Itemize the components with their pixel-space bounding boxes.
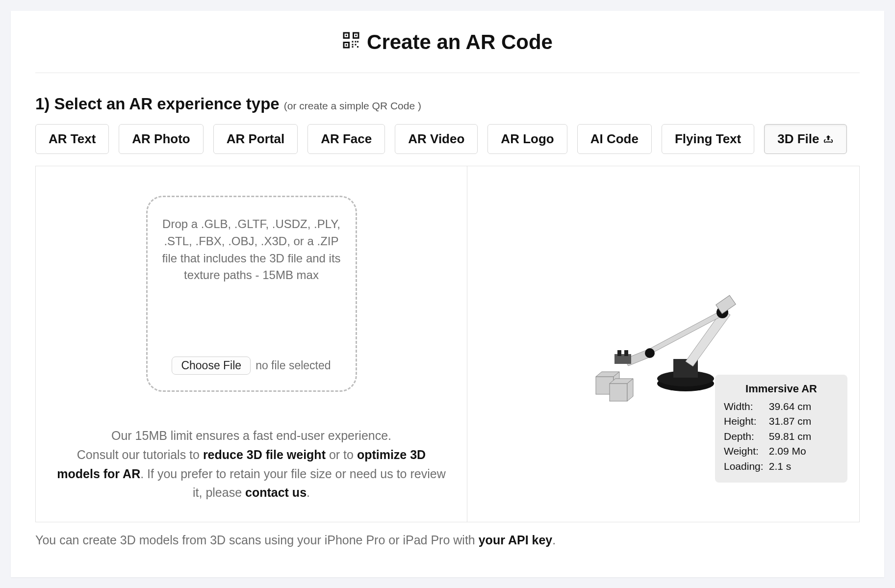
page-title-text: Create an AR Code — [367, 30, 553, 54]
no-file-label: no file selected — [256, 358, 331, 374]
info-row: Weight: 2.09 Mo — [724, 444, 839, 459]
immersive-info-card: Immersive AR Width: 39.64 cmHeight: 31.8… — [715, 375, 847, 483]
svg-rect-28 — [610, 383, 627, 401]
svg-rect-3 — [346, 35, 347, 36]
tab-ar-text[interactable]: AR Text — [35, 124, 109, 154]
info-card-title: Immersive AR — [724, 383, 839, 395]
tab-ar-video[interactable]: AR Video — [395, 124, 478, 154]
svg-rect-23 — [617, 350, 621, 356]
section-title-sub: (or create a simple QR Code ) — [284, 100, 421, 111]
tab-ar-logo[interactable]: AR Logo — [487, 124, 567, 154]
upload-column: Drop a .GLB, .GLTF, .USDZ, .PLY, .STL, .… — [36, 166, 467, 522]
tab-ai-code[interactable]: AI Code — [577, 124, 652, 154]
section-title-main: 1) Select an AR experience type — [35, 95, 280, 113]
tab-ar-face[interactable]: AR Face — [307, 124, 385, 154]
main-panel: Create an AR Code 1) Select an AR experi… — [11, 11, 884, 577]
info-row: Width: 39.64 cm — [724, 399, 839, 414]
dropzone-text: Drop a .GLB, .GLTF, .USDZ, .PLY, .STL, .… — [156, 216, 347, 284]
section-title: 1) Select an AR experience type (or crea… — [35, 95, 860, 113]
svg-rect-5 — [346, 44, 347, 46]
svg-point-20 — [645, 348, 655, 358]
svg-rect-24 — [624, 350, 628, 356]
tab-3d-file[interactable]: 3D File — [764, 124, 847, 154]
info-row: Depth: 59.81 cm — [724, 429, 839, 444]
qr-code-link[interactable]: QR Code — [372, 100, 415, 111]
experience-type-tabs: AR TextAR PhotoAR PortalAR FaceAR VideoA… — [35, 124, 860, 154]
info-row: Loading: 2.1 s — [724, 459, 839, 474]
svg-rect-11 — [352, 46, 354, 48]
tab-ar-portal[interactable]: AR Portal — [213, 124, 298, 154]
help-text: Our 15MB limit ensures a fast end-user e… — [55, 426, 447, 502]
tab-flying-text[interactable]: Flying Text — [662, 124, 754, 154]
svg-rect-22 — [614, 354, 631, 364]
qr-icon — [342, 30, 360, 54]
svg-rect-6 — [352, 41, 354, 43]
reduce-weight-link[interactable]: reduce 3D file weight — [203, 448, 326, 461]
svg-rect-4 — [355, 35, 357, 36]
content-area: Drop a .GLB, .GLTF, .USDZ, .PLY, .STL, .… — [35, 166, 860, 522]
file-row: Choose File no file selected — [156, 357, 347, 375]
svg-rect-7 — [355, 41, 357, 43]
page-header: Create an AR Code — [35, 30, 860, 73]
dropzone[interactable]: Drop a .GLB, .GLTF, .USDZ, .PLY, .STL, .… — [146, 196, 357, 392]
svg-rect-10 — [357, 46, 358, 48]
contact-us-link[interactable]: contact us — [245, 486, 307, 499]
svg-rect-9 — [355, 44, 357, 46]
svg-rect-12 — [357, 41, 358, 43]
footnote: You can create 3D models from 3D scans u… — [35, 533, 860, 547]
upload-icon — [823, 134, 834, 145]
preview-column: Immersive AR Width: 39.64 cmHeight: 31.8… — [467, 166, 859, 522]
svg-rect-8 — [352, 44, 354, 46]
info-row: Height: 31.87 cm — [724, 414, 839, 429]
tab-ar-photo[interactable]: AR Photo — [119, 124, 203, 154]
page-title: Create an AR Code — [342, 30, 553, 54]
choose-file-button[interactable]: Choose File — [172, 357, 251, 375]
api-key-link[interactable]: your API key — [479, 533, 553, 547]
